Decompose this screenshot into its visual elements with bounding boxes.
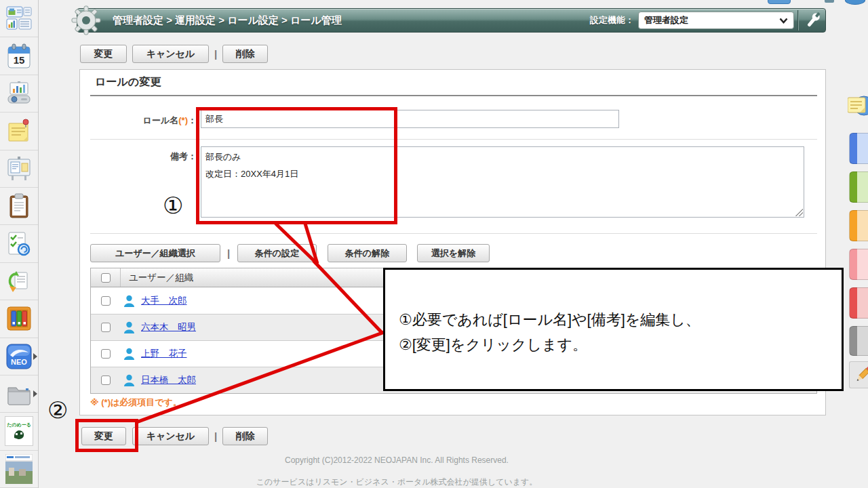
row-checkbox[interactable] bbox=[101, 296, 111, 306]
page-title: ロールの変更 bbox=[95, 75, 161, 89]
user-link[interactable]: 大手 次郎 bbox=[141, 295, 187, 307]
row-checkbox[interactable] bbox=[101, 349, 111, 359]
cancel-button-top[interactable]: キャンセル bbox=[132, 45, 209, 63]
app-sidebar: 15 bbox=[0, 0, 39, 488]
copyright-text: Copyright (C)2012-2022 NEOJAPAN Inc. All… bbox=[0, 455, 793, 465]
change-button-top[interactable]: 変更 bbox=[80, 45, 127, 63]
instruction-text: ①必要であれば[ロール名]や[備考]を編集し、 ②[変更]をクリックします。 bbox=[399, 307, 701, 357]
sticky-note-panel-icon[interactable] bbox=[848, 92, 868, 123]
sidebar-item-circulation[interactable] bbox=[0, 263, 38, 300]
bulletin-board-icon bbox=[6, 157, 32, 181]
sticky-tab-red[interactable] bbox=[849, 287, 868, 319]
survey-icon bbox=[7, 231, 31, 257]
sidebar-item-survey[interactable] bbox=[0, 225, 38, 262]
user-icon bbox=[123, 321, 135, 333]
table-header-label: ユーザー／組織 bbox=[121, 272, 193, 284]
sidebar-item-cabinet[interactable] bbox=[0, 300, 38, 338]
row-checkbox[interactable] bbox=[101, 323, 111, 332]
wrench-icon[interactable] bbox=[803, 10, 823, 30]
breadcrumb: 管理者設定 > 運用設定 > ロール設定 > ロール管理 bbox=[113, 8, 342, 33]
clipboard-icon bbox=[7, 193, 31, 219]
tanomeru-icon: たのめーる bbox=[5, 416, 33, 446]
form-row-divider bbox=[90, 139, 817, 140]
folder-icon bbox=[6, 382, 32, 405]
header-divider bbox=[797, 10, 799, 30]
circulation-icon bbox=[7, 268, 31, 294]
toolbar-divider: | bbox=[224, 244, 233, 262]
toolbar-divider: | bbox=[212, 45, 220, 63]
step-marker-1: ① bbox=[163, 194, 183, 217]
pencil-edit-icon[interactable] bbox=[849, 361, 868, 388]
sidebar-item-portal[interactable] bbox=[0, 0, 38, 37]
cabinet-icon bbox=[6, 306, 32, 331]
remarks-textarea[interactable]: 部長のみ 改定日：20XX年4月1日 bbox=[201, 146, 804, 218]
footer: Copyright (C)2012-2022 NEOJAPAN Inc. All… bbox=[0, 455, 793, 488]
sticky-tab-blue[interactable] bbox=[849, 133, 868, 164]
user-link[interactable]: 六本木 昭男 bbox=[141, 321, 196, 333]
tanomeru-label: たのめーる bbox=[7, 422, 31, 428]
form-row-divider bbox=[90, 233, 817, 234]
calendar-icon: 15 bbox=[7, 43, 31, 69]
user-icon bbox=[123, 348, 135, 360]
required-note: ※ (*)は必須項目です。 bbox=[90, 396, 182, 409]
screen: 15 bbox=[0, 0, 868, 488]
user-icon bbox=[123, 295, 135, 307]
flyout-arrow-icon bbox=[33, 353, 37, 360]
clear-condition-button[interactable]: 条件の解除 bbox=[328, 244, 407, 262]
sticky-tab-gray[interactable] bbox=[849, 326, 868, 356]
neo-icon: NEO bbox=[6, 344, 32, 369]
partial-toolbar-icon bbox=[825, 0, 834, 3]
role-name-label: ロール名(*)： bbox=[88, 115, 197, 127]
sidebar-item-folder[interactable] bbox=[0, 375, 38, 413]
sticky-tab-pink[interactable] bbox=[849, 249, 868, 280]
toolbar-divider: | bbox=[212, 427, 220, 445]
delete-button-bottom[interactable]: 削除 bbox=[222, 427, 268, 445]
role-name-input[interactable] bbox=[201, 110, 619, 128]
sticky-tab-orange[interactable] bbox=[849, 210, 868, 241]
instruction-callout-box: ①必要であれば[ロール名]や[備考]を編集し、 ②[変更]をクリックします。 bbox=[383, 268, 844, 391]
presentation-icon bbox=[6, 81, 32, 106]
user-link[interactable]: 日本橋 太郎 bbox=[141, 374, 196, 386]
clear-selection-button[interactable]: 選択を解除 bbox=[417, 244, 490, 262]
partial-toolbar-icon bbox=[845, 0, 865, 5]
sticky-tab-green[interactable] bbox=[849, 171, 868, 203]
set-condition-button[interactable]: 条件の設定 bbox=[237, 244, 317, 262]
change-button-bottom[interactable]: 変更 bbox=[81, 427, 126, 445]
portal-icon bbox=[6, 6, 32, 30]
settings-function-label: 設定機能： bbox=[536, 14, 634, 26]
neo-label: NEO bbox=[11, 358, 27, 366]
sidebar-item-neo[interactable]: NEO bbox=[0, 338, 38, 375]
sidebar-item-presentation[interactable] bbox=[0, 75, 38, 113]
title-rule bbox=[90, 95, 817, 96]
user-link[interactable]: 上野 花子 bbox=[141, 348, 187, 360]
tanomeru-mark-icon bbox=[13, 429, 25, 440]
remarks-label: 備考： bbox=[88, 150, 197, 163]
settings-function-value: 管理者設定 bbox=[644, 14, 779, 26]
select-all-checkbox[interactable] bbox=[101, 273, 111, 283]
textarea-resize-handle[interactable] bbox=[795, 209, 803, 216]
settings-function-select[interactable]: 管理者設定 bbox=[638, 12, 794, 29]
sidebar-item-bulletin[interactable] bbox=[0, 150, 38, 188]
sidebar-item-schedule[interactable]: 15 bbox=[0, 37, 38, 75]
memo-icon bbox=[7, 119, 31, 143]
gear-icon bbox=[71, 5, 102, 36]
delete-button-top[interactable]: 削除 bbox=[222, 45, 268, 63]
flyout-arrow-icon bbox=[33, 390, 37, 397]
user-icon bbox=[123, 374, 135, 386]
chevron-down-icon bbox=[779, 18, 788, 24]
step-marker-2: ② bbox=[47, 399, 68, 422]
provider-text: このサービスはリスモン・ビジネス・ポータル株式会社が提供しています。 bbox=[0, 476, 793, 488]
sidebar-item-tanomeru[interactable]: たのめーる bbox=[0, 413, 38, 450]
partial-toolbar-icon bbox=[768, 0, 791, 4]
sidebar-item-memo[interactable] bbox=[0, 113, 38, 150]
row-checkbox[interactable] bbox=[101, 375, 111, 385]
sidebar-item-clipboard[interactable] bbox=[0, 188, 38, 225]
select-user-org-button[interactable]: ユーザー／組織選択 bbox=[90, 244, 220, 262]
required-mark: (*) bbox=[178, 115, 188, 125]
calendar-day-label: 15 bbox=[14, 54, 25, 66]
cancel-button-bottom[interactable]: キャンセル bbox=[132, 427, 209, 445]
